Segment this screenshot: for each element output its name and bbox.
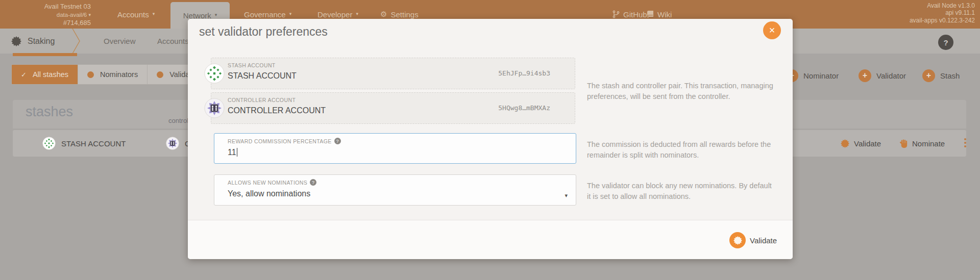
link-label: Wiki [657,10,672,19]
seal-icon [729,232,746,248]
seal-icon [841,139,849,148]
button-label: Validate [854,139,881,148]
add-validator-button[interactable]: + Validator [859,69,906,82]
plus-icon: + [859,69,871,82]
button-label: Validator [876,71,906,80]
staking-app-icon [11,36,21,46]
add-stash-button[interactable]: + Stash [922,69,960,82]
row-validate-button[interactable]: Validate [841,130,881,157]
tab-label: Accounts [157,37,189,45]
field-label: REWARD COMMISSION PERCENTAGE ? [228,138,341,144]
commission-input[interactable]: REWARD COMMISSION PERCENTAGE ? 11 [214,133,576,164]
controller-account-field: CONTROLLER ACCOUNT CONTROLLER ACCOUNT 5H… [211,92,575,124]
label-text: ALLOWS NEW NOMINATIONS [228,180,307,186]
book-icon [647,11,654,18]
tab-label: Overview [104,37,136,45]
nav-label: Developer [317,10,352,19]
chevron-down-icon: ▾ [88,12,91,18]
button-label: Nominate [912,139,945,148]
field-label: STASH ACCOUNT [228,62,276,68]
label-text: REWARD COMMISSION PERCENTAGE [228,138,332,144]
filter-label: All stashes [33,70,68,79]
radio-dot-icon [157,71,163,78]
filter-nominators[interactable]: Nominators [78,65,148,84]
chain-name: Avail Testnet 03 [0,3,91,11]
app-page: Avail Testnet 03 data-avail/6 ▾ #714,685… [0,0,980,280]
button-label: Validate [750,236,777,245]
commission-value: 11 [228,148,237,157]
chevron-down-icon: ▾ [215,12,217,17]
apps-version: avail-apps v0.122.3-242 [910,17,975,24]
stash-identicon[interactable] [42,137,56,150]
field-value: STASH ACCOUNT [228,71,297,81]
controller-identicon[interactable] [204,98,225,118]
hand-icon [899,139,908,148]
breadcrumb-chevron-icon [72,29,81,54]
text-cursor [237,148,237,157]
controller-address: 5HQwg8…mBMXAz [498,104,550,112]
gear-icon: ⚙ [380,10,387,19]
field-label: ALLOWS NEW NOMINATIONS ? [228,179,316,186]
nominations-dropdown[interactable]: ALLOWS NEW NOMINATIONS ? Yes, allow nomi… [214,174,576,206]
node-version: Avail Node v1.3.0 [910,2,975,9]
nav-label: Accounts [117,10,149,19]
close-button[interactable]: × [763,21,781,39]
chain-spec: data-avail/6 ▾ [0,11,91,19]
api-version: api v9.11.1 [910,9,975,16]
modal-footer: Validate [188,220,793,259]
tab-accounts[interactable]: Accounts [157,29,189,54]
stash-identicon[interactable] [204,63,225,84]
set-validator-preferences-modal: set validator preferences × STASH ACCOUN… [188,19,793,259]
stashes-title: stashes [26,104,73,120]
modal-title: set validator preferences [199,25,328,39]
selected-filter-notch [13,53,77,56]
help-tooltip-icon[interactable]: ? [334,138,341,144]
question-mark-icon: ? [943,38,948,47]
field-value: CONTROLLER ACCOUNT [228,106,326,115]
close-icon: × [769,24,775,36]
breadcrumb-staking: Staking [11,29,55,54]
help-button[interactable]: ? [938,35,953,50]
chevron-down-icon: ▾ [565,192,568,199]
tab-overview[interactable]: Overview [104,29,136,54]
chain-selector[interactable]: Avail Testnet 03 data-avail/6 ▾ #714,685 [0,3,91,28]
github-branch-icon [612,10,620,18]
nominations-help-text: The validator can block any new nominati… [587,181,775,202]
help-tooltip-icon[interactable]: ? [310,179,316,186]
stash-account-name: STASH ACCOUNT [61,130,126,157]
nav-label: Settings [390,10,418,19]
filter-label: Nominators [100,70,138,79]
add-nominator-button[interactable]: + Nominator [786,69,839,82]
row-nominate-button[interactable]: Nominate [899,130,945,157]
stash-account-field: STASH ACCOUNT STASH ACCOUNT 5EhJFp…9i4sb… [211,58,575,89]
controller-identicon[interactable] [166,137,179,150]
chain-block-number: #714,685 [0,19,91,28]
commission-help-text: The commission is deducted from all rewa… [587,139,775,161]
link-label: GitHub [623,10,647,19]
chevron-down-icon: ▾ [289,11,292,16]
field-label: CONTROLLER ACCOUNT [228,97,296,103]
chevron-down-icon: ▾ [153,11,155,16]
button-label: Stash [940,71,960,80]
app-title: Staking [28,37,55,46]
chevron-down-icon: ▾ [356,11,358,16]
nav-label: Network [183,11,211,20]
dropdown-selected-value: Yes, allow nominations [228,189,310,198]
row-menu-button[interactable] [963,138,967,149]
filter-all-stashes[interactable]: ✓ All stashes [12,65,78,84]
node-version-info: Avail Node v1.3.0 api v9.11.1 avail-apps… [910,2,975,24]
radio-dot-icon [87,71,94,78]
check-icon: ✓ [21,71,27,79]
stash-address: 5EhJFp…9i4sb3 [498,69,550,77]
plus-icon: + [922,69,935,82]
button-label: Nominator [803,71,839,80]
validate-submit-button[interactable]: Validate [729,232,777,248]
accounts-help-text: The stash and controller pair. This tran… [587,81,775,102]
nav-menu-accounts[interactable]: Accounts ▾ [117,0,155,29]
nav-label: Governance [244,10,286,19]
